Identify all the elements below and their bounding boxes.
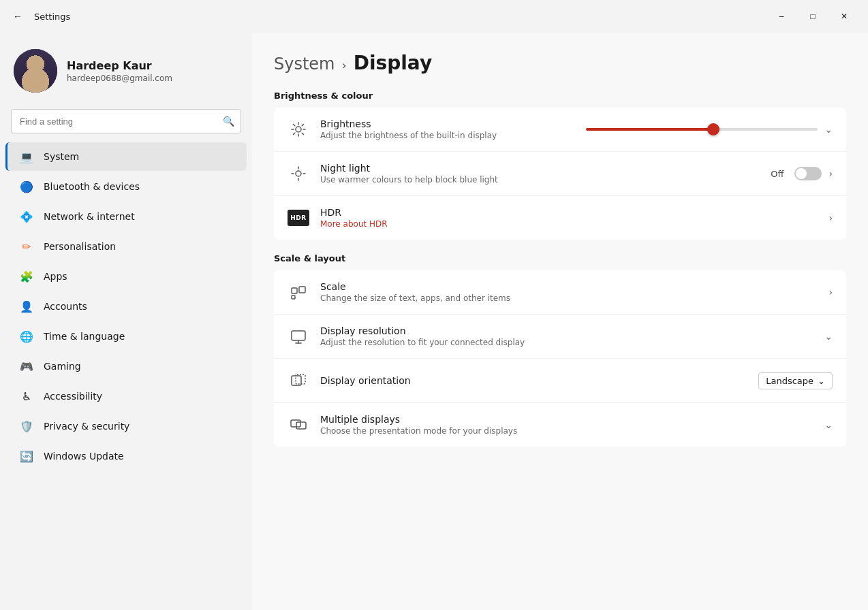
svg-rect-23 [296,422,306,429]
night-light-item[interactable]: Night light Use warmer colours to help b… [274,152,846,196]
brightness-text: Brightness Adjust the brightness of the … [320,118,575,140]
night-light-title: Night light [320,163,760,174]
accessibility-icon: ♿ [19,389,34,404]
resolution-subtitle: Adjust the resolution to fit your connec… [320,338,813,347]
time-icon: 🌐 [19,329,34,344]
sidebar-item-apps[interactable]: 🧩 Apps [5,262,247,291]
resolution-icon [288,325,309,347]
sidebar-item-accessibility[interactable]: ♿ Accessibility [5,382,247,411]
window-controls: – □ ✕ [766,5,860,27]
multiple-displays-chevron[interactable]: ⌄ [824,419,833,430]
resolution-text: Display resolution Adjust the resolution… [320,325,813,347]
svg-line-8 [294,133,295,134]
hdr-chevron[interactable]: › [828,212,833,223]
hdr-item[interactable]: HDR HDR More about HDR › [274,196,846,240]
orientation-icon [288,370,309,391]
scale-text: Scale Change the size of text, apps, and… [320,281,818,303]
multiple-displays-subtitle: Choose the presentation mode for your di… [320,426,813,436]
toggle-off-label: Off [771,169,784,179]
search-icon: 🔍 [223,116,234,127]
toggle-knob [796,168,807,179]
svg-rect-17 [292,331,305,340]
night-light-icon [288,163,309,184]
orientation-item[interactable]: Display orientation Landscape ⌄ [274,359,846,403]
brightness-slider-wrap [586,128,818,131]
multiple-displays-item[interactable]: Multiple displays Choose the presentatio… [274,403,846,447]
svg-rect-22 [291,420,300,427]
maximize-button[interactable]: □ [797,5,828,27]
system-icon: 💻 [19,149,34,164]
resolution-chevron[interactable]: ⌄ [824,331,833,342]
back-button[interactable]: ← [8,7,27,26]
brightness-item[interactable]: Brightness Adjust the brightness of the … [274,108,846,152]
svg-line-5 [294,125,295,126]
orientation-dropdown-icon: ⌄ [818,376,825,386]
update-icon: 🔄 [19,449,34,464]
network-icon: 💠 [19,209,34,224]
user-email: hardeep0688@gmail.com [67,74,172,83]
sidebar-label-accessibility: Accessibility [44,391,233,402]
scale-subtitle: Change the size of text, apps, and other… [320,293,818,303]
brightness-icon [288,118,309,140]
svg-rect-16 [292,295,295,299]
sidebar: Hardeep Kaur hardeep0688@gmail.com 🔍 💻 S… [0,33,252,610]
brightness-expand-icon[interactable]: ⌄ [824,124,833,135]
sidebar-item-accounts[interactable]: 👤 Accounts [5,292,247,321]
brightness-subtitle: Adjust the brightness of the built-in di… [320,131,575,140]
user-info: Hardeep Kaur hardeep0688@gmail.com [67,59,172,83]
sidebar-item-system[interactable]: 💻 System [5,142,247,171]
search-box: 🔍 [11,109,241,133]
breadcrumb-separator: › [342,58,347,72]
multiple-displays-right: ⌄ [824,419,833,430]
sidebar-item-time[interactable]: 🌐 Time & language [5,322,247,351]
personalisation-icon: ✏️ [19,239,34,254]
svg-line-6 [302,133,303,134]
resolution-right: ⌄ [824,331,833,342]
hdr-text: HDR More about HDR [320,207,818,229]
sidebar-item-gaming[interactable]: 🎮 Gaming [5,352,247,381]
search-input[interactable] [11,109,241,133]
sidebar-label-bluetooth: Bluetooth & devices [44,181,233,192]
sidebar-item-bluetooth[interactable]: 🔵 Bluetooth & devices [5,172,247,201]
breadcrumb-current: Display [354,52,432,74]
hdr-title: HDR [320,207,818,218]
sidebar-item-personalisation[interactable]: ✏️ Personalisation [5,232,247,261]
user-section: Hardeep Kaur hardeep0688@gmail.com [0,33,252,106]
brightness-card: Brightness Adjust the brightness of the … [274,108,846,240]
apps-icon: 🧩 [19,269,34,284]
sidebar-item-update[interactable]: 🔄 Windows Update [5,442,247,470]
breadcrumb: System › Display [274,52,846,74]
brightness-title: Brightness [320,118,575,129]
hdr-right: › [828,212,833,223]
title-bar: ← Settings – □ ✕ [0,0,868,33]
multiple-displays-title: Multiple displays [320,414,813,425]
resolution-item[interactable]: Display resolution Adjust the resolution… [274,315,846,359]
night-light-toggle[interactable] [794,167,822,180]
night-light-chevron[interactable]: › [828,168,833,179]
privacy-icon: 🛡️ [19,419,34,434]
scale-item[interactable]: Scale Change the size of text, apps, and… [274,270,846,315]
brightness-slider-track[interactable] [586,128,818,131]
main-layout: Hardeep Kaur hardeep0688@gmail.com 🔍 💻 S… [0,33,868,610]
orientation-value: Landscape [766,376,813,386]
orientation-select[interactable]: Landscape ⌄ [758,372,833,389]
sidebar-label-privacy: Privacy & security [44,421,233,432]
night-light-right: Off › [771,167,833,180]
scale-chevron[interactable]: › [828,287,833,298]
brightness-slider-thumb[interactable] [707,123,719,135]
sidebar-label-time: Time & language [44,331,233,342]
scale-card: Scale Change the size of text, apps, and… [274,270,846,447]
minimize-button[interactable]: – [766,5,797,27]
sidebar-item-privacy[interactable]: 🛡️ Privacy & security [5,412,247,440]
svg-rect-14 [292,288,297,293]
hdr-icon: HDR [288,207,309,229]
night-light-subtitle: Use warmer colours to help block blue li… [320,175,760,184]
close-button[interactable]: ✕ [828,5,860,27]
svg-line-7 [302,125,303,126]
sidebar-item-network[interactable]: 💠 Network & internet [5,202,247,231]
avatar [14,49,57,93]
scale-right: › [828,287,833,298]
sidebar-label-accounts: Accounts [44,301,233,312]
hdr-subtitle[interactable]: More about HDR [320,219,818,229]
orientation-right: Landscape ⌄ [758,372,833,389]
